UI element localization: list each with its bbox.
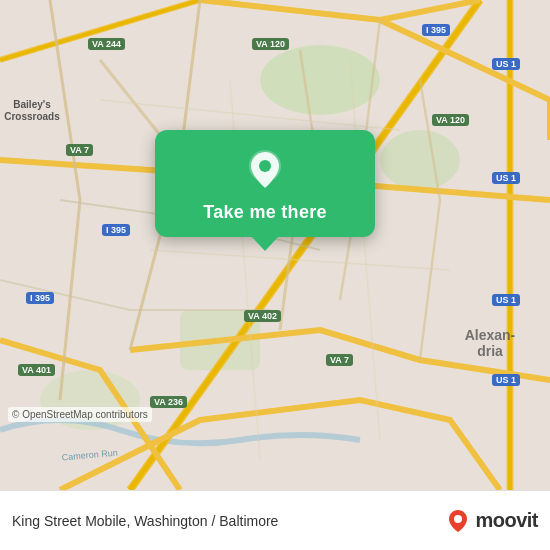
bottom-bar: King Street Mobile, Washington / Baltimo… <box>0 490 550 550</box>
take-me-there-button[interactable]: Take me there <box>203 202 327 223</box>
svg-point-12 <box>454 515 462 523</box>
map-container: Alexan- dria Bailey's Crossroads Cameron… <box>0 0 550 490</box>
road-badge-i395-top: I 395 <box>422 24 450 36</box>
road-badge-va401: VA 401 <box>18 364 55 376</box>
svg-point-2 <box>380 130 460 190</box>
location-pin-icon <box>243 148 287 192</box>
road-badge-i395-mid: I 395 <box>102 224 130 236</box>
road-badge-us1-top: US 1 <box>492 58 520 70</box>
svg-point-11 <box>259 160 271 172</box>
road-badge-va236: VA 236 <box>150 396 187 408</box>
road-badge-us1-lower: US 1 <box>492 294 520 306</box>
svg-text:Bailey's: Bailey's <box>13 99 51 110</box>
road-badge-us1-bottom: US 1 <box>492 374 520 386</box>
road-badge-va244: VA 244 <box>88 38 125 50</box>
svg-point-1 <box>260 45 380 115</box>
moovit-pin-icon <box>445 508 471 534</box>
road-badge-i395-lower: I 395 <box>26 292 54 304</box>
road-badge-va402: VA 402 <box>244 310 281 322</box>
road-badge-va7-left: VA 7 <box>66 144 93 156</box>
svg-text:Crossroads: Crossroads <box>4 111 60 122</box>
road-badge-va120-top: VA 120 <box>252 38 289 50</box>
svg-text:Alexan-: Alexan- <box>465 327 516 343</box>
svg-text:dria: dria <box>477 343 503 359</box>
road-badge-us1-mid: US 1 <box>492 172 520 184</box>
road-badge-va7-lower: VA 7 <box>326 354 353 366</box>
map-copyright: © OpenStreetMap contributors <box>8 407 152 422</box>
location-popup[interactable]: Take me there <box>155 130 375 237</box>
road-badge-va120-right: VA 120 <box>432 114 469 126</box>
moovit-logo: moovit <box>445 508 538 534</box>
location-title: King Street Mobile, Washington / Baltimo… <box>12 513 445 529</box>
moovit-brand-text: moovit <box>475 509 538 532</box>
